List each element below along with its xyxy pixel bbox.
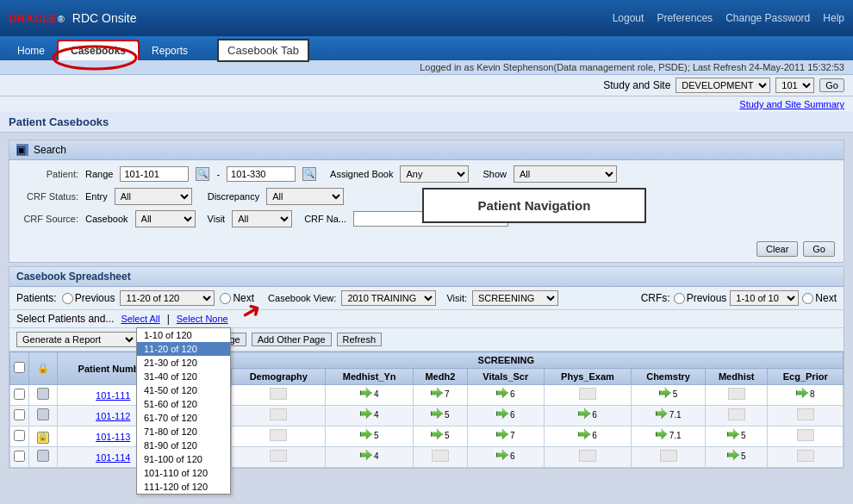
study-go-button[interactable]: Go [819,78,844,92]
crfs-previous-radio[interactable]: Previous [674,292,727,304]
range-to-input[interactable] [227,166,296,182]
row-lock-0 [29,385,58,406]
preferences-link[interactable]: Preferences [657,12,713,24]
show-select[interactable]: All [514,165,617,183]
casebook-tab-annotation: Casebook Tab [217,39,309,62]
logout-link[interactable]: Logout [613,12,644,24]
range-label: Range [85,169,113,179]
row-checkbox-2[interactable] [10,426,29,447]
row-3-medh2 [413,447,467,468]
col-select-header [10,352,29,385]
dropdown-option-3[interactable]: 31-40 of 120 [137,370,230,383]
row-2-medhist_yn: 5 [326,426,413,447]
generate-report-select[interactable]: Generate a Report [16,332,137,347]
crfs-range-select[interactable]: 1-10 of 10 [730,290,799,306]
dropdown-option-5[interactable]: 51-60 of 120 [137,397,230,411]
dropdown-option-10[interactable]: 101-110 of 120 [137,466,230,480]
study-site-label: Study and Site [603,79,670,91]
col-vitals-scr-header: Vitals_Scr [467,369,544,385]
clear-button[interactable]: Clear [756,241,798,257]
row-1-medhist_yn: 4 [326,406,413,426]
search-row-patient: Patient: Range 🔍 - 🔍 Assigned Book Any S… [18,165,835,183]
casebook-view-select[interactable]: 2010 TRAINING [341,290,436,306]
row-3-chemistry [632,447,706,468]
dropdown-option-11[interactable]: 111-120 of 120 [137,480,230,494]
dropdown-option-7[interactable]: 71-80 of 120 [137,425,230,439]
dropdown-option-9[interactable]: 91-100 of 120 [137,452,230,466]
tab-home[interactable]: Home [5,41,57,60]
help-link[interactable]: Help [823,12,844,24]
table-row: 101-1141465 [10,447,844,468]
site-select[interactable]: 101 [775,78,814,93]
dropdown-option-2[interactable]: 21-30 of 120 [137,356,230,370]
crf-source-label: CRF Source: [18,214,78,224]
row-checkbox-1[interactable] [10,406,29,426]
row-1-medhist [705,406,768,426]
col-medhist-header: Medhist [705,369,768,385]
study-summary-link[interactable]: Study and Site Summary [739,99,844,109]
visit-src-select[interactable]: All [232,210,292,227]
range-from-input[interactable] [120,166,189,182]
select-patients-label: Select Patients and... [16,313,114,325]
search-icon-from[interactable]: 🔍 [196,167,209,181]
row-lock-1 [29,406,58,426]
row-1-phys_exam: 6 [544,406,632,426]
spreadsheet-header: Casebook Spreadsheet [9,267,844,287]
select-patients-bar: Select Patients and... Select All | Sele… [9,310,844,328]
action-bar: Generate a Report Go Add Visit Page Add … [9,328,844,352]
search-actions: Clear Go [9,238,844,262]
col-lock-header: 🔒 [29,352,58,385]
spreadsheet-panel: Casebook Spreadsheet Patients: Previous … [9,266,844,469]
casebook-view-label: Casebook View: [268,293,336,303]
col-medhist-yn-header: Medhist_Yn [326,369,413,385]
change-password-link[interactable]: Change Password [725,12,810,24]
row-checkbox-3[interactable] [10,447,29,468]
row-3-phys_exam [544,447,632,468]
entry-select[interactable]: All [115,188,192,205]
assigned-book-select[interactable]: Any [400,165,469,183]
dropdown-option-0[interactable]: 1-10 of 120 [137,328,230,342]
study-select[interactable]: DEVELOPMENT [676,78,770,93]
casebook-src-label: Casebook [85,214,128,224]
previous-radio[interactable]: Previous [62,292,115,304]
row-0-medhist_yn: 4 [326,385,413,406]
row-1-vitals_scr: 6 [467,406,544,426]
search-collapse-icon[interactable]: ▣ [16,144,28,156]
row-3-ecg_prior [768,447,844,468]
col-ecg-prior-header: Ecg_Prior [768,369,844,385]
search-header-label: Search [34,144,66,156]
assigned-book-label: Assigned Book [330,169,393,179]
crf-table: 🔒 Patient Number SCREENING Inc_Exc Demog… [9,352,844,468]
row-2-chemistry: 7.1 [632,426,706,447]
dropdown-option-4[interactable]: 41-50 of 120 [137,383,230,397]
select-all-checkbox[interactable] [14,362,25,373]
tab-casebooks[interactable]: Casebooks [57,40,140,60]
tab-reports[interactable]: Reports [140,41,200,60]
casebook-src-select[interactable]: All [135,210,196,227]
row-checkbox-0[interactable] [10,385,29,406]
row-2-demography [232,426,326,447]
search-panel-header: ▣ Search [9,140,844,160]
crfs-label: CRFs: [641,292,670,304]
select-all-link[interactable]: Select All [121,314,159,324]
row-1-demography [232,406,326,426]
oracle-logo: ORACLE® [9,10,65,26]
crf-name-label: CRF Na... [304,214,346,224]
dropdown-option-8[interactable]: 81-90 of 120 [137,439,230,452]
visit-bar-select[interactable]: SCREENING [472,290,558,306]
search-go-button[interactable]: Go [803,241,835,257]
row-0-vitals_scr: 6 [467,385,544,406]
dropdown-option-6[interactable]: 61-70 of 120 [137,411,230,425]
row-lock-3 [29,447,58,468]
select-none-link[interactable]: Select None [177,314,228,324]
crf-table-container: 🔒 Patient Number SCREENING Inc_Exc Demog… [9,352,844,468]
dropdown-option-1[interactable]: 11-20 of 120 [137,342,230,356]
add-other-page-button[interactable]: Add Other Page [252,333,332,346]
refresh-button[interactable]: Refresh [337,333,383,346]
crfs-next-radio[interactable]: Next [802,292,837,304]
search-icon-to[interactable]: 🔍 [302,167,316,181]
row-0-demography [232,385,326,406]
patients-range-select[interactable]: 11-20 of 120 [120,290,215,306]
discrepancy-select[interactable]: All [266,188,344,205]
table-row: 101-112245667.1 [10,406,844,426]
